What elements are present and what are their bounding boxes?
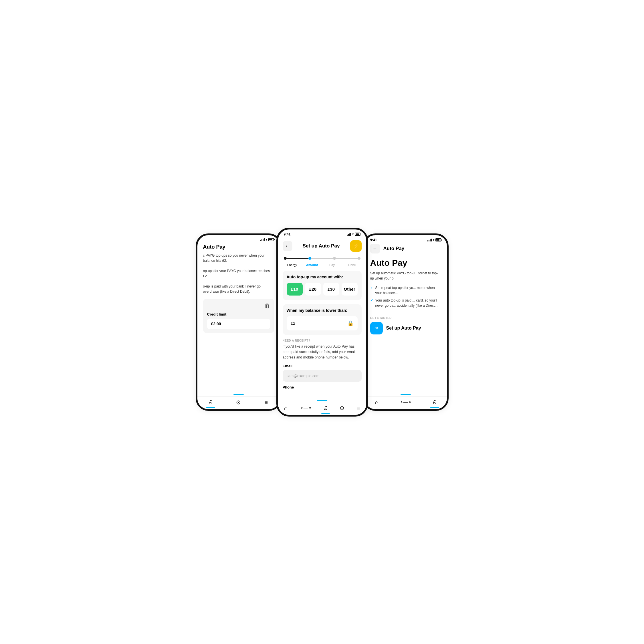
step-label-done: Done <box>342 263 362 267</box>
battery-icon-r <box>435 238 441 241</box>
check-icon-1: ✓ <box>370 285 373 296</box>
center-main: Auto top-up my account with: £10 £20 £30… <box>278 271 366 398</box>
status-icons-left: ▾ <box>260 238 274 241</box>
amount-other[interactable]: Other <box>342 283 358 296</box>
signal-icon-r <box>427 239 432 241</box>
bottom-tab-usage-c[interactable]: ⚬—⚬ <box>300 406 312 410</box>
right-description: Set up automatic PAYG top-u... forget to… <box>370 271 441 281</box>
amount-card-title: Auto top-up my account with: <box>287 275 358 279</box>
status-bar-right: 9:41 ▾ <box>364 235 447 244</box>
right-header-title: Auto Pay <box>383 246 405 251</box>
scene: ▾ Auto Pay c PAYG top-ups so you never w… <box>171 171 474 474</box>
bottom-bar-center: ⌂ ⚬—⚬ £ ⊙ ≡ <box>278 402 366 415</box>
balance-card-title: When my balance is lower than: <box>287 308 358 313</box>
wifi-icon-r: ▾ <box>433 238 434 241</box>
time-center: 9:41 <box>284 232 291 236</box>
signal-icon <box>260 238 265 241</box>
receipt-label: NEED A RECEIPT? <box>283 339 362 342</box>
center-header: ← Set up Auto Pay ⚡ <box>278 238 366 255</box>
pay-icon-r: £ <box>433 399 436 405</box>
step-label-pay: Pay <box>322 263 342 267</box>
email-input[interactable] <box>283 370 362 382</box>
receipt-desc: If you'd like a receipt when your Auto P… <box>283 344 362 360</box>
bottom-tab-menu[interactable]: ≡ <box>264 399 268 405</box>
tab-indicator-left <box>233 394 244 395</box>
status-bar-center: 9:41 ▾ <box>278 229 366 238</box>
left-screen-content: Auto Pay c PAYG top-ups so you never whe… <box>197 243 280 392</box>
step-dot-amount <box>308 257 311 260</box>
tab-indicator-right <box>401 394 411 395</box>
amount-card: Auto top-up my account with: £10 £20 £30… <box>283 271 362 300</box>
help-icon-c: ⊙ <box>340 405 344 411</box>
bottom-tab-usage-r[interactable]: ⚬—⚬ <box>400 400 412 405</box>
status-icons-right: ▾ <box>427 238 441 241</box>
amount-30[interactable]: £30 <box>323 283 339 296</box>
usage-icon-r: ⚬—⚬ <box>400 400 412 405</box>
menu-icon-c: ≡ <box>356 405 360 411</box>
email-label: Email <box>283 364 362 368</box>
amount-10[interactable]: £10 <box>287 283 303 296</box>
lightning-icon: ⚡ <box>353 243 359 249</box>
right-header: ← Auto Pay <box>370 244 441 253</box>
battery-icon <box>268 238 274 241</box>
setup-autopay-button[interactable]: ∞ Set up Auto Pay <box>370 322 441 334</box>
bullet-2: ✓ Your auto top-up is paid ... card, so … <box>370 298 441 308</box>
bullet-1: ✓ Set repeat top-ups for yo... meter whe… <box>370 285 441 296</box>
wifi-icon-c: ▾ <box>352 233 354 236</box>
back-button-center[interactable]: ← <box>283 241 292 251</box>
back-arrow-center: ← <box>285 243 290 249</box>
bottom-tab-home-r[interactable]: ⌂ <box>375 399 379 405</box>
wifi-icon: ▾ <box>266 238 267 241</box>
step-line-1 <box>287 258 308 259</box>
lightning-button[interactable]: ⚡ <box>350 240 362 252</box>
status-icons-center: ▾ <box>347 233 360 236</box>
amount-20[interactable]: £20 <box>305 283 321 296</box>
step-dot-energy <box>284 257 287 260</box>
right-content: ← Auto Pay Auto Pay Set up automatic PAY… <box>364 244 447 392</box>
step-dot-done <box>358 257 360 260</box>
phone-center: 9:41 ▾ ← Set up Auto Pay ⚡ <box>276 228 368 417</box>
back-arrow-right: ← <box>373 246 377 251</box>
usage-icon-c: ⚬—⚬ <box>300 406 312 410</box>
bottom-bar-left: £ ⊙ ≡ <box>197 396 280 409</box>
trash-icon[interactable]: 🗑 <box>264 303 270 309</box>
phone-label: Phone <box>283 385 362 389</box>
signal-icon-c <box>347 233 351 236</box>
setup-btn-label: Set up Auto Pay <box>386 326 421 331</box>
header-title-center: Set up Auto Pay <box>303 243 340 249</box>
bottom-tab-home-c[interactable]: ⌂ <box>284 405 288 411</box>
credit-section: 🗑 Credit limit £2.00 <box>203 299 274 333</box>
status-bar-left: ▾ <box>197 235 280 243</box>
bullet-text-2: Your auto top-up is paid ... card, so yo… <box>375 298 441 308</box>
bottom-tab-help[interactable]: ⊙ <box>236 399 241 405</box>
back-button-right[interactable]: ← <box>370 244 380 253</box>
home-icon-c: ⌂ <box>284 405 288 411</box>
bottom-tab-pay-c[interactable]: £ <box>324 405 327 411</box>
bottom-bar-right: ⌂ ⚬—⚬ £ <box>364 396 447 409</box>
bottom-tab-help-c[interactable]: ⊙ <box>340 405 344 411</box>
step-label-amount: Amount <box>302 263 322 267</box>
left-title: Auto Pay <box>203 243 274 250</box>
left-desc1: c PAYG top-ups so you never when your ba… <box>203 253 274 294</box>
phone-left: ▾ Auto Pay c PAYG top-ups so you never w… <box>196 233 282 411</box>
check-icon-2: ✓ <box>370 298 373 308</box>
bottom-tab-pound[interactable]: £ <box>209 399 212 405</box>
pound-icon: £ <box>209 399 212 405</box>
bottom-tab-pay-r[interactable]: £ <box>433 399 436 405</box>
credit-label: Credit limit <box>207 312 270 316</box>
stepper-labels: Energy Amount Pay Done <box>278 263 366 271</box>
balance-card: When my balance is lower than: £2 🔒 <box>283 304 362 335</box>
home-icon-r: ⌂ <box>375 399 379 405</box>
bullet-text-1: Set repeat top-ups for yo... meter when … <box>375 285 441 296</box>
receipt-section: NEED A RECEIPT? If you'd like a receipt … <box>283 339 362 394</box>
step-dot-pay <box>333 257 336 260</box>
step-label-energy: Energy <box>282 263 302 267</box>
right-main-title: Auto Pay <box>370 258 441 268</box>
credit-value: £2.00 <box>207 319 270 329</box>
menu-icon: ≡ <box>264 399 268 405</box>
balance-value: £2 <box>291 321 296 326</box>
phone-right: 9:41 ▾ ← Auto Pay Auto Pay <box>363 233 449 411</box>
step-line-3 <box>336 258 358 259</box>
tab-indicator-center <box>317 400 327 401</box>
bottom-tab-menu-c[interactable]: ≡ <box>356 405 360 411</box>
